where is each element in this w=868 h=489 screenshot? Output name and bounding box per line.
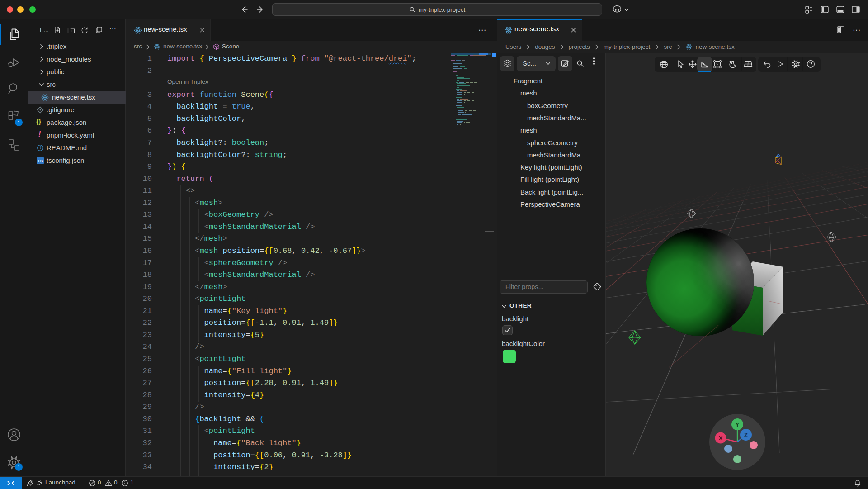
svg-text:Z: Z [744,432,748,438]
svg-text:Y: Y [736,421,740,428]
svg-text:X: X [719,435,723,442]
